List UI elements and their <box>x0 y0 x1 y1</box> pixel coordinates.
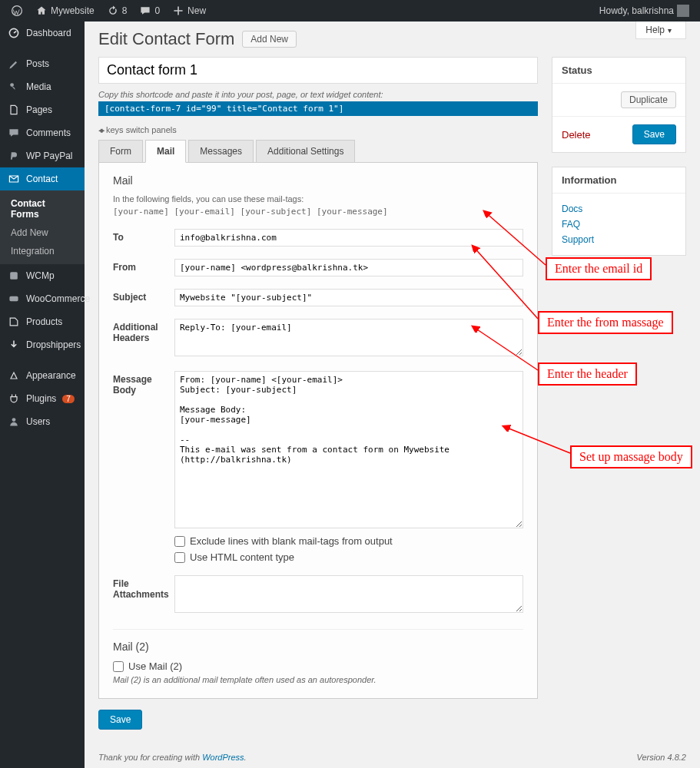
callout-body: Set up massage body <box>570 445 692 468</box>
body-input[interactable]: From: [your-name] <[your-email]> Subject… <box>174 371 523 528</box>
callout-email: Enter the email id <box>546 257 652 280</box>
from-label: From <box>113 259 174 276</box>
tab-messages[interactable]: Messages <box>188 140 254 163</box>
nav-wppaypal[interactable]: WP PayPal <box>0 144 85 167</box>
switch-panels: keys switch panels <box>98 125 538 135</box>
help-tab[interactable]: Help <box>635 22 686 39</box>
mail2-note: Mail (2) is an additional mail template … <box>113 675 523 684</box>
delete-link[interactable]: Delete <box>562 129 591 141</box>
nav-contact-sub: Contact Forms Add New Integration <box>0 190 85 264</box>
main-content: Help Edit Contact Form Add New Copy this… <box>85 22 700 768</box>
body-label: Message Body <box>113 371 174 563</box>
nav-woocommerce[interactable]: WooCommerce <box>0 287 85 310</box>
refresh-link[interactable]: 8 <box>102 5 132 17</box>
info-title: Information <box>552 167 685 194</box>
attach-input[interactable] <box>174 575 523 613</box>
nav-media[interactable]: Media <box>0 75 85 98</box>
mail-panel: Mail In the following fields, you can us… <box>98 163 538 699</box>
mail-heading: Mail <box>113 174 523 187</box>
mail2-heading: Mail (2) <box>113 641 523 653</box>
nav-contact-forms[interactable]: Contact Forms <box>0 194 85 223</box>
nav-plugins[interactable]: Plugins 7 <box>0 387 85 410</box>
mail-desc: In the following fields, you can use the… <box>113 194 523 204</box>
nav-wcmp[interactable]: WCMp <box>0 264 85 287</box>
html-label: Use HTML content type <box>190 551 294 563</box>
mail-tags: [your-name] [your-email] [your-subject] … <box>113 207 523 217</box>
nav-appearance[interactable]: Appearance <box>0 364 85 387</box>
editor-tabs: Form Mail Messages Additional Settings <box>98 140 538 163</box>
nav-dropshippers[interactable]: Dropshippers <box>0 333 85 356</box>
footer: Thank you for creating with WordPress. V… <box>98 753 686 762</box>
headers-label: Additional Headers <box>113 319 174 359</box>
form-title-input[interactable] <box>98 57 538 84</box>
new-link[interactable]: New <box>168 5 211 17</box>
status-box: Status Duplicate DeleteSave <box>552 57 686 153</box>
nav-contact-integration[interactable]: Integration <box>0 242 85 260</box>
nav-pages[interactable]: Pages <box>0 98 85 121</box>
nav-users[interactable]: Users <box>0 410 85 433</box>
to-input[interactable] <box>174 229 523 247</box>
mail2-use: Use Mail (2) <box>128 660 182 672</box>
nav-posts[interactable]: Posts <box>0 52 85 75</box>
headers-input[interactable]: Reply-To: [your-email] <box>174 319 523 356</box>
page-title: Edit Contact Form <box>98 29 234 49</box>
html-check[interactable] <box>174 552 185 563</box>
svg-point-2 <box>10 83 14 87</box>
from-input[interactable] <box>174 259 523 276</box>
exclude-label: Exclude lines with blank mail-tags from … <box>190 535 393 547</box>
nav-comments[interactable]: Comments <box>0 121 85 144</box>
status-title: Status <box>552 58 685 84</box>
info-box: Information Docs FAQ Support <box>552 167 686 256</box>
admin-bar: Mywebsite 8 0 New Howdy, balkrishna <box>0 0 700 22</box>
attach-label: File Attachments <box>113 575 174 615</box>
shortcode-input[interactable]: [contact-form-7 id="99" title="Contact f… <box>98 101 538 116</box>
admin-sidebar: Dashboard Posts Media Pages Comments WP … <box>0 22 85 768</box>
comments-link[interactable]: 0 <box>134 5 164 17</box>
svg-rect-3 <box>10 272 18 280</box>
info-docs[interactable]: Docs <box>562 201 676 217</box>
info-faq[interactable]: FAQ <box>562 217 676 232</box>
exclude-check[interactable] <box>174 536 185 547</box>
info-support[interactable]: Support <box>562 232 676 247</box>
shortcode-note: Copy this shortcode and paste it into yo… <box>98 90 538 99</box>
save-button-bottom[interactable]: Save <box>98 710 142 730</box>
nav-contact-addnew[interactable]: Add New <box>0 223 85 242</box>
svg-rect-4 <box>9 296 18 301</box>
nav-dashboard[interactable]: Dashboard <box>0 22 85 45</box>
subject-input[interactable] <box>174 289 523 306</box>
tab-mail[interactable]: Mail <box>145 140 186 163</box>
add-new-button[interactable]: Add New <box>242 31 297 48</box>
callout-header: Enter the header <box>538 362 637 386</box>
callout-from: Enter the from massage <box>538 311 673 334</box>
plugins-badge: 7 <box>62 395 75 403</box>
tab-form[interactable]: Form <box>98 140 143 163</box>
wp-logo[interactable] <box>6 5 28 17</box>
svg-point-5 <box>12 418 16 422</box>
nav-contact[interactable]: Contact <box>0 167 85 190</box>
avatar <box>677 5 689 17</box>
save-button[interactable]: Save <box>632 124 676 144</box>
duplicate-button[interactable]: Duplicate <box>621 91 676 108</box>
wp-link[interactable]: WordPress <box>202 753 244 762</box>
site-link[interactable]: Mywebsite <box>31 5 99 17</box>
version: Version 4.8.2 <box>637 753 686 762</box>
subject-label: Subject <box>113 289 174 306</box>
howdy-link[interactable]: Howdy, balkrishna <box>595 5 694 17</box>
mail2-check[interactable] <box>113 661 124 672</box>
nav-products[interactable]: Products <box>0 310 85 333</box>
to-label: To <box>113 229 174 247</box>
tab-additional[interactable]: Additional Settings <box>256 140 355 163</box>
